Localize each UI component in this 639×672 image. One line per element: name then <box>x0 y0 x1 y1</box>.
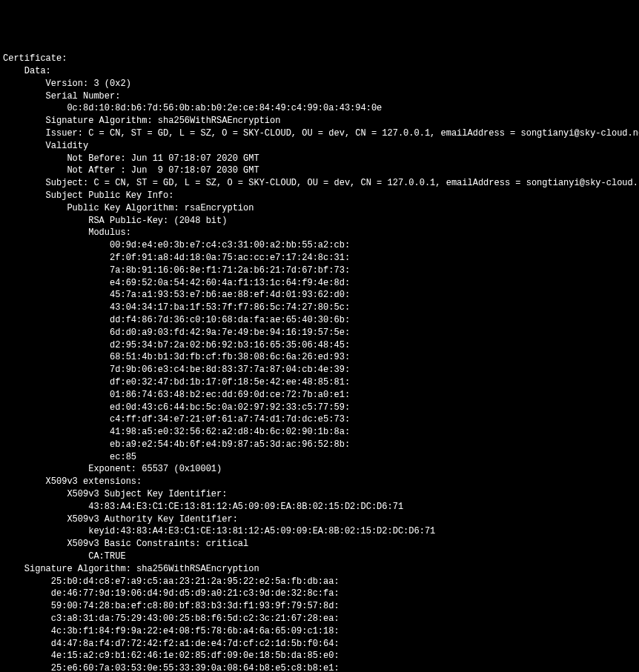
output-line: 25:e6:60:7a:03:53:0e:55:33:39:0a:08:64:b… <box>3 662 636 672</box>
output-line: CA:TRUE <box>3 550 636 563</box>
output-line: ec:85 <box>3 451 636 464</box>
output-line: d2:95:34:b7:2a:02:b6:92:b3:16:65:35:06:4… <box>3 339 636 352</box>
output-line: e4:69:52:0a:54:42:60:4a:f1:13:1c:64:f9:4… <box>3 277 636 290</box>
output-line: keyid:43:83:A4:E3:C1:CE:13:81:12:A5:09:0… <box>3 525 636 538</box>
output-line: eb:a9:e2:54:4b:6f:e4:b9:87:a5:3d:ac:96:5… <box>3 439 636 451</box>
output-line: 0c:8d:10:8d:b6:7d:56:0b:ab:b0:2e:ce:84:4… <box>3 102 636 115</box>
output-line: dd:f4:86:7d:36:c0:10:68:da:fa:ae:65:40:3… <box>3 314 636 327</box>
output-line: 7d:9b:06:e3:c4:be:8d:83:37:7a:87:04:cb:4… <box>3 364 636 376</box>
output-line: 4c:3b:f1:84:f9:9a:22:e4:08:f5:78:6b:a4:6… <box>3 625 636 638</box>
output-line: RSA Public-Key: (2048 bit) <box>3 215 636 227</box>
output-line: Signature Algorithm: sha256WithRSAEncryp… <box>3 563 636 576</box>
output-line: d4:47:8a:f4:d7:72:42:f2:a1:de:e4:7d:cf:c… <box>3 638 636 651</box>
output-line: Modulus: <box>3 227 636 239</box>
output-line: ed:0d:43:c6:44:bc:5c:0a:02:97:92:33:c5:7… <box>3 402 636 414</box>
output-line: Not After : Jun 9 07:18:07 2030 GMT <box>3 164 636 177</box>
output-line: df:e0:32:47:bd:1b:17:0f:18:5e:42:ee:48:8… <box>3 376 636 389</box>
output-line: 43:04:34:17:ba:1f:53:7f:f7:86:5c:74:27:8… <box>3 302 636 314</box>
output-line: 25:b0:d4:c8:e7:a9:c5:aa:23:21:2a:95:22:e… <box>3 576 636 588</box>
output-line: de:46:77:9d:19:06:d4:9d:d5:d9:a0:21:c3:9… <box>3 588 636 600</box>
output-line: Subject Public Key Info: <box>3 190 636 202</box>
output-line: 59:00:74:28:ba:ef:c8:80:bf:83:b3:3d:f1:9… <box>3 600 636 613</box>
output-line: Certificate: <box>3 53 636 65</box>
output-line: Exponent: 65537 (0x10001) <box>3 463 636 476</box>
output-line: Not Before: Jun 11 07:18:07 2020 GMT <box>3 153 636 165</box>
output-line: Validity <box>3 140 636 153</box>
output-line: c3:a8:31:da:75:29:43:00:25:b8:f6:5d:c2:3… <box>3 613 636 625</box>
output-line: 00:9d:e4:e0:3b:e7:c4:c3:31:00:a2:bb:55:a… <box>3 239 636 252</box>
output-line: 41:98:a5:e0:32:56:62:a2:d8:4b:6c:02:90:1… <box>3 426 636 439</box>
output-line: Signature Algorithm: sha256WithRSAEncryp… <box>3 115 636 127</box>
output-line: c4:ff:df:34:e7:21:0f:61:a7:74:d1:7d:dc:e… <box>3 413 636 426</box>
output-line: X509v3 Authority Key Identifier: <box>3 513 636 526</box>
output-line: Data: <box>3 65 636 78</box>
output-line: 4e:15:a2:c9:b1:62:46:1e:02:85:df:09:0e:1… <box>3 650 636 662</box>
output-line: 2f:0f:91:a8:4d:18:0a:75:ac:cc:e7:17:24:8… <box>3 252 636 265</box>
terminal-output: Certificate: Data: Version: 3 (0x2) Seri… <box>3 53 636 672</box>
output-line: 6d:d0:a9:03:fd:42:9a:7e:49:be:94:16:19:5… <box>3 327 636 339</box>
output-line: 68:51:4b:b1:3d:fb:cf:fb:38:08:6c:6a:26:e… <box>3 351 636 364</box>
output-line: X509v3 Subject Key Identifier: <box>3 488 636 501</box>
output-line: X509v3 Basic Constraints: critical <box>3 538 636 550</box>
output-line: Subject: C = CN, ST = GD, L = SZ, O = SK… <box>3 177 636 190</box>
output-line: Serial Number: <box>3 90 636 103</box>
output-line: 01:86:74:63:48:b2:ec:dd:69:0d:ce:72:7b:a… <box>3 389 636 402</box>
output-line: 7a:8b:91:16:06:8e:f1:71:2a:b6:21:7d:67:b… <box>3 265 636 277</box>
output-line: Public Key Algorithm: rsaEncryption <box>3 202 636 215</box>
output-line: X509v3 extensions: <box>3 476 636 488</box>
output-line: Version: 3 (0x2) <box>3 78 636 90</box>
output-line: Issuer: C = CN, ST = GD, L = SZ, O = SKY… <box>3 127 636 140</box>
output-line: 43:83:A4:E3:C1:CE:13:81:12:A5:09:09:EA:8… <box>3 501 636 513</box>
output-line: 45:7a:a1:93:53:e7:b6:ae:88:ef:4d:01:93:6… <box>3 289 636 302</box>
